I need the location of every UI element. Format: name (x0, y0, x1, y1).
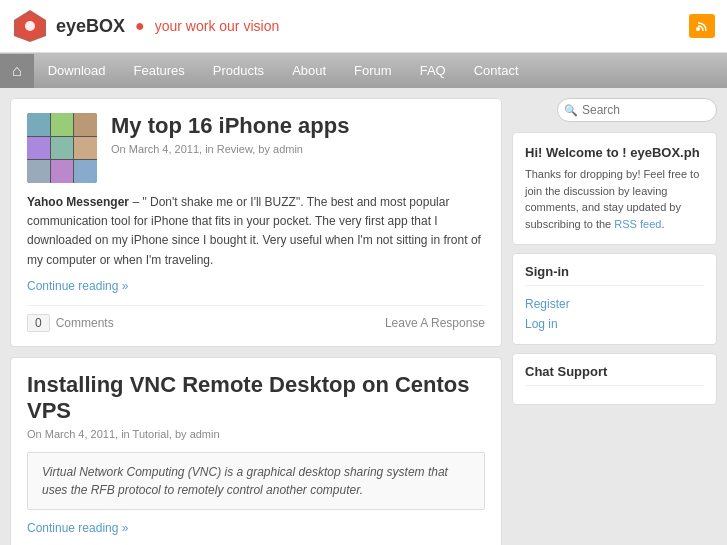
post-header-1: My top 16 iPhone apps On March 4, 2011, … (27, 113, 485, 183)
sidebar-signin: Sign-in Register Log in (512, 253, 717, 345)
comment-count-area-1: 0 Comments (27, 314, 114, 332)
home-icon: ⌂ (12, 62, 22, 79)
sidebar-chat: Chat Support (512, 353, 717, 405)
navigation: ⌂ Download Features Products About Forum… (0, 53, 727, 88)
read-more-2[interactable]: Continue reading » (27, 521, 128, 535)
search-input[interactable] (557, 98, 717, 122)
nav-item-features[interactable]: Features (120, 53, 199, 88)
read-more-1[interactable]: Continue reading » (27, 279, 128, 293)
nav-item-contact[interactable]: Contact (460, 53, 533, 88)
leave-response-link-1[interactable]: Leave A Response (385, 316, 485, 330)
blockquote-text-2: Virtual Network Computing (VNC) is a gra… (42, 463, 470, 499)
rss-feed-link[interactable]: RSS feed (614, 218, 661, 230)
nav-item-products[interactable]: Products (199, 53, 278, 88)
post-footer-1: 0 Comments Leave A Response (27, 305, 485, 332)
search-input-wrap (557, 98, 717, 122)
post-body-strong-1: Yahoo Messenger (27, 195, 129, 209)
post-meta-2: On March 4, 2011, in Tutorial, by admin (27, 428, 485, 440)
nav-item-forum[interactable]: Forum (340, 53, 406, 88)
logo-icon (12, 8, 48, 44)
sidebar: Hi! Welcome to ! eyeBOX.ph Thanks for dr… (512, 98, 717, 545)
rss-icon[interactable] (689, 14, 715, 38)
page-header: eyeBOX ● your work our vision (0, 0, 727, 53)
post-card-2: Installing VNC Remote Desktop on Centos … (10, 357, 502, 545)
nav-item-download[interactable]: Download (34, 53, 120, 88)
svg-point-2 (25, 21, 35, 31)
comment-count-badge-1: 0 (27, 314, 50, 332)
logo-dot: ● (135, 17, 145, 35)
post-title-2: Installing VNC Remote Desktop on Centos … (27, 372, 485, 424)
post-card-1: My top 16 iPhone apps On March 4, 2011, … (10, 98, 502, 347)
sidebar-chat-title: Chat Support (525, 364, 704, 386)
logo-text: eyeBOX (56, 16, 125, 37)
post-title-1: My top 16 iPhone apps (111, 113, 349, 139)
nav-item-about[interactable]: About (278, 53, 340, 88)
nav-home-button[interactable]: ⌂ (0, 54, 34, 88)
sidebar-welcome: Hi! Welcome to ! eyeBOX.ph Thanks for dr… (512, 132, 717, 245)
post-thumbnail-1 (27, 113, 97, 183)
post-body-1: Yahoo Messenger – " Don't shake me or I'… (27, 193, 485, 270)
register-link[interactable]: Register (525, 294, 704, 314)
sidebar-welcome-text: Thanks for dropping by! Feel free to joi… (525, 166, 704, 232)
nav-item-faq[interactable]: FAQ (406, 53, 460, 88)
main-layout: My top 16 iPhone apps On March 4, 2011, … (0, 88, 727, 545)
main-content: My top 16 iPhone apps On March 4, 2011, … (10, 98, 502, 545)
logo-tagline: your work our vision (155, 18, 280, 34)
search-bar (512, 98, 717, 122)
svg-point-4 (696, 27, 700, 31)
sidebar-signin-title: Sign-in (525, 264, 704, 286)
comment-label-1: Comments (56, 316, 114, 330)
login-link[interactable]: Log in (525, 314, 704, 334)
sidebar-welcome-title: Hi! Welcome to ! eyeBOX.ph (525, 145, 704, 160)
post-meta-1: On March 4, 2011, in Review, by admin (111, 143, 349, 155)
post-title-area-1: My top 16 iPhone apps On March 4, 2011, … (111, 113, 349, 155)
blockquote-box-2: Virtual Network Computing (VNC) is a gra… (27, 452, 485, 510)
